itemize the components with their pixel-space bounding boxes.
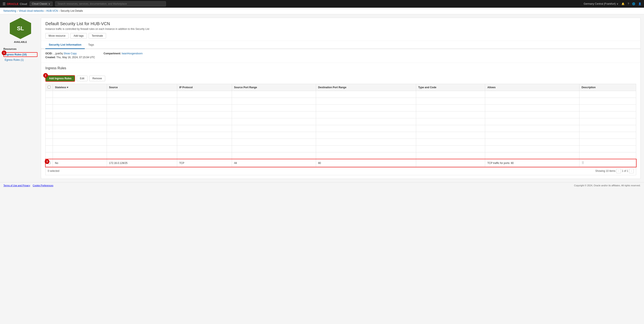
breadcrumb-sep-2: ›: [44, 9, 45, 12]
region-label: Germany Central (Frankfurt): [584, 2, 616, 5]
info-section: OCID: ...jyak5q Show Copy Created: Thu, …: [41, 49, 640, 63]
topbar-right: Germany Central (Frankfurt) ∨ 🔔 ? 🌐 👤: [584, 2, 642, 5]
col-destination-port-range: Destination Port Range: [316, 84, 416, 91]
table-row: [46, 132, 636, 139]
resource-status: AVAILABLE: [4, 41, 38, 43]
compartment-value[interactable]: IwanHoogendoorn: [122, 52, 143, 55]
breadcrumb-vcn[interactable]: Virtual cloud networks: [19, 9, 44, 12]
table-row: [46, 112, 636, 118]
left-panel: SL AVAILABLE Resources 1 Ingress Rules (…: [4, 18, 38, 179]
table-row: [46, 98, 636, 105]
breadcrumb-hub-vcn[interactable]: HUB-VCN: [46, 9, 58, 12]
table-row: [46, 125, 636, 132]
row-checkbox-cell: 3: [46, 159, 53, 167]
col-source-port-range: Source Port Range: [232, 84, 316, 91]
breadcrumb-sep-1: ›: [17, 9, 18, 12]
breadcrumb-networking[interactable]: Networking: [4, 9, 16, 12]
col-description: Description: [579, 84, 636, 91]
remove-button[interactable]: Remove: [89, 76, 105, 81]
help-icon[interactable]: ?: [628, 2, 629, 5]
notifications-icon[interactable]: 🔔: [622, 2, 624, 5]
table-footer: 0 selected Showing 10 items ‹ 1 of 1 ›: [45, 167, 636, 175]
ingress-rules-section: Ingress Rules 2 Add Ingress Rules Edit R…: [41, 63, 640, 179]
compartment-item: Compartment: IwanHoogendoorn: [104, 52, 142, 55]
row-ip-protocol: TCP: [177, 159, 232, 167]
annotation-badge-1: 1: [2, 51, 6, 55]
region-selector[interactable]: Germany Central (Frankfurt) ∨: [584, 2, 619, 5]
ocid-item: OCID: ...jyak5q Show Copy: [45, 52, 95, 55]
terms-link[interactable]: Terms of Use and Privacy: [4, 184, 30, 187]
row-dest-port: 80: [316, 159, 416, 167]
table-row-highlighted: 3 No 172.16.0.128/25 TCP All 80 TCP traf…: [46, 159, 636, 167]
edit-button[interactable]: Edit: [77, 76, 88, 81]
ocid-show-link[interactable]: Show: [64, 52, 70, 55]
ocid-value: ...jyak5q: [53, 52, 63, 55]
topbar: ☰ ORACLE Cloud Cloud Classic ∨ Germany C…: [0, 0, 644, 8]
language-icon[interactable]: 🌐: [632, 2, 635, 5]
table-row: [46, 105, 636, 112]
page-subtitle: Instance traffic is controlled by firewa…: [45, 28, 636, 31]
ingress-section-header: Ingress Rules: [45, 66, 636, 73]
annotation-badge-2: 2: [43, 73, 48, 78]
breadcrumb-current: Security List Details: [60, 9, 83, 12]
created-label: Created:: [45, 56, 56, 59]
tabs: Security List Information Tags: [41, 41, 640, 49]
compartment-label: Compartment:: [104, 52, 121, 55]
breadcrumb: Networking › Virtual cloud networks › HU…: [0, 8, 644, 14]
table-header-row: Stateless ▾ Source IP Protocol Source Po…: [46, 84, 636, 91]
tab-security-list-information[interactable]: Security List Information: [45, 41, 85, 49]
page-info: 1 of 1: [622, 169, 628, 172]
resources-section-label: Resources: [4, 48, 38, 51]
table-row: [46, 91, 636, 98]
page-footer: Terms of Use and Privacy Cookie Preferen…: [0, 182, 644, 188]
col-source: Source: [107, 84, 177, 91]
oracle-logo: ORACLE: [7, 2, 18, 6]
info-left: OCID: ...jyak5q Show Copy Created: Thu, …: [45, 52, 95, 60]
add-ingress-wrapper: 2 Add Ingress Rules: [45, 75, 75, 82]
move-resource-button[interactable]: Move resource: [45, 33, 68, 39]
created-value: Thu, May 16, 2024, 07:15:04 UTC: [56, 56, 95, 59]
global-search-input[interactable]: [55, 1, 166, 7]
annotation-3-wrapper: 3: [48, 161, 50, 165]
table-row: [46, 118, 636, 125]
sidebar-item-egress-rules[interactable]: Egress Rules (1): [4, 58, 38, 62]
add-tags-button[interactable]: Add tags: [70, 33, 87, 39]
tab-tags[interactable]: Tags: [85, 41, 97, 49]
empty-source: [107, 91, 177, 98]
empty-ip: [177, 91, 232, 98]
breadcrumb-sep-3: ›: [59, 9, 60, 12]
row-dots-icon[interactable]: ⠿: [582, 161, 584, 165]
action-buttons: Move resource Add tags Terminate: [45, 33, 636, 39]
table-row: [46, 152, 636, 159]
hamburger-menu[interactable]: ☰: [2, 2, 6, 6]
empty-desc: [579, 91, 636, 98]
prev-page-button[interactable]: ‹: [616, 169, 621, 173]
info-right: Compartment: IwanHoogendoorn: [104, 52, 142, 60]
row-type-code: [416, 159, 485, 167]
table-row: [46, 139, 636, 146]
col-checkbox: [46, 84, 53, 91]
cloud-text: Cloud: [20, 2, 27, 6]
cookies-link[interactable]: Cookie Preferences: [33, 184, 54, 187]
add-ingress-rules-button[interactable]: Add Ingress Rules: [46, 76, 74, 81]
next-page-button[interactable]: ›: [629, 169, 634, 173]
right-panel: Default Security List for HUB-VCN Instan…: [41, 18, 640, 179]
page-title: Default Security List for HUB-VCN: [45, 21, 636, 26]
cloud-classic-label: Cloud Classic: [32, 2, 48, 5]
main-content: SL AVAILABLE Resources 1 Ingress Rules (…: [0, 14, 644, 182]
ingress-section-title: Ingress Rules: [45, 66, 66, 70]
select-all-checkbox[interactable]: [48, 86, 50, 89]
empty-dport: [316, 91, 416, 98]
empty-sport: [232, 91, 316, 98]
cloud-classic-button[interactable]: Cloud Classic ∨: [30, 2, 52, 6]
footer-links: Terms of Use and Privacy Cookie Preferen…: [4, 184, 53, 187]
table-actions: 2 Add Ingress Rules Edit Remove: [45, 75, 636, 82]
user-icon[interactable]: 👤: [638, 2, 642, 5]
sidebar-item-ingress-rules[interactable]: Ingress Rules (10): [4, 52, 38, 57]
terminate-button[interactable]: Terminate: [88, 33, 106, 39]
ocid-copy-link[interactable]: Copy: [71, 52, 77, 55]
ocid-label: OCID:: [45, 52, 52, 55]
brand: ☰ ORACLE Cloud: [2, 2, 27, 6]
row-source: 172.16.0.128/25: [107, 159, 177, 167]
col-allows: Allows: [485, 84, 579, 91]
